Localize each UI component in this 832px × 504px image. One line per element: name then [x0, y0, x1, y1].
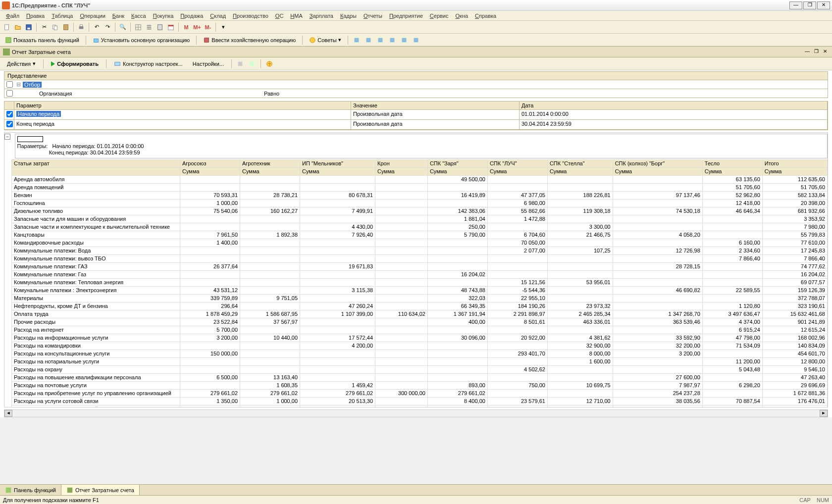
close-button[interactable]: ✕ [817, 1, 830, 9]
table-row[interactable]: Аренда помещений51 705,6051 705,60 [12, 184, 828, 192]
tool-icon-5[interactable] [399, 35, 409, 45]
filter-row-otbor[interactable]: ⊟ Отбор [4, 80, 828, 89]
table-row[interactable]: Материалы339 759,899 751,05322,0322 955,… [12, 295, 828, 302]
calendar-icon[interactable] [166, 22, 176, 32]
table-row[interactable]: Канцтовары7 961,501 892,387 926,405 790,… [12, 231, 828, 239]
table-row[interactable]: Расходы на почтовые услуги1 608,351 459,… [12, 382, 828, 390]
list-icon[interactable] [144, 22, 154, 32]
save-icon[interactable] [24, 22, 34, 32]
table-row[interactable]: Расходы на приобретение услуг по управле… [12, 390, 828, 398]
tab-maximize-button[interactable]: ❐ [812, 49, 820, 55]
start-period-date[interactable]: 01.01.2014 0:00:00 [520, 110, 828, 120]
table-row[interactable]: Бензин70 593,3128 738,2180 678,3116 419,… [12, 192, 828, 200]
cut-icon[interactable]: ✂ [39, 22, 49, 32]
minimize-button[interactable]: — [789, 1, 802, 9]
table-row[interactable]: Запасные части для машин и оборудования1… [12, 215, 828, 223]
tab-minimize-button[interactable]: — [803, 49, 811, 55]
table-row[interactable]: Расходы на услуги стационарной связи13 4… [12, 405, 828, 408]
table-row[interactable]: Запасные части и комплектующие к вычисли… [12, 223, 828, 231]
table-row[interactable]: Коммунальные платежи: ГАЗ26 377,6419 671… [12, 263, 828, 271]
new-icon[interactable] [2, 22, 12, 32]
table-row[interactable]: Расходы на консультационные услуги150 00… [12, 350, 828, 358]
table-row[interactable]: Расходы на нотариальные услуги1 600,0011… [12, 358, 828, 366]
table-row[interactable]: Расходы на командировки4 200,0032 900,00… [12, 342, 828, 350]
report-table-container[interactable]: − Параметры: Начало периода: 01.01.2014 … [4, 132, 828, 407]
form-report-button[interactable]: Сформировать [47, 60, 103, 68]
menu-покупка[interactable]: Покупка [150, 12, 177, 20]
toolbar-dropdown-icon[interactable]: ▾ [218, 22, 228, 32]
otbor-checkbox[interactable] [6, 81, 13, 88]
open-icon[interactable] [13, 22, 23, 32]
enter-operation-button[interactable]: Ввести хозяйственную операцию [200, 36, 299, 45]
table-row[interactable]: Дизельное топливо75 540,06160 162,277 49… [12, 207, 828, 215]
grid-icon[interactable] [133, 22, 143, 32]
table-row[interactable]: Расходы на информационные услуги3 200,00… [12, 334, 828, 342]
outline-collapse-button[interactable]: − [4, 134, 10, 140]
tool-icon-6[interactable] [411, 35, 421, 45]
end-period-value[interactable]: Произвольная дата [351, 120, 520, 130]
advice-button[interactable]: Советы ▾ [306, 36, 344, 45]
menu-касса[interactable]: Касса [128, 12, 149, 20]
start-period-checkbox[interactable] [6, 111, 13, 117]
paste-icon[interactable] [61, 22, 71, 32]
table-row[interactable]: Госпошлина1 000,006 980,0012 418,0020 39… [12, 200, 828, 207]
calc-icon[interactable] [155, 22, 165, 32]
m-minus-icon[interactable]: M- [203, 22, 213, 32]
menu-окна[interactable]: Окна [453, 12, 471, 20]
menu-склад[interactable]: Склад [207, 12, 229, 20]
table-row[interactable]: Расходы на охрану4 502,625 043,489 546,1… [12, 366, 828, 374]
filter-row-org[interactable]: Организация Равно [4, 89, 828, 98]
menu-продажа[interactable]: Продажа [177, 12, 206, 20]
table-row[interactable]: Аренда автомобиля49 500,0063 135,60112 6… [12, 176, 828, 184]
menu-отчеты[interactable]: Отчеты [361, 12, 385, 20]
tool-icon-3[interactable] [375, 35, 385, 45]
menu-ос[interactable]: ОС [272, 12, 287, 20]
menu-файл[interactable]: Файл [3, 12, 22, 20]
actions-dropdown[interactable]: Действия ▾ [3, 59, 40, 68]
action-icon-1[interactable] [235, 59, 245, 69]
m-plus-icon[interactable]: M+ [192, 22, 202, 32]
menu-сервис[interactable]: Сервис [427, 12, 452, 20]
maximize-button[interactable]: ❐ [803, 1, 816, 9]
show-function-panel-button[interactable]: Показать панель функций [2, 36, 82, 45]
menu-справка[interactable]: Справка [472, 12, 499, 20]
menu-предприятие[interactable]: Предприятие [386, 12, 426, 20]
menu-кадры[interactable]: Кадры [337, 12, 360, 20]
copy-icon[interactable] [50, 22, 60, 32]
tab-function-panel[interactable]: Панель функций [0, 485, 61, 495]
start-period-value[interactable]: Произвольная дата [351, 110, 520, 120]
tool-icon-2[interactable] [364, 35, 373, 45]
table-row[interactable]: Коммунальные платежи: Тепловая энергия15… [12, 279, 828, 287]
table-row[interactable]: Нефтепродукты, кроме ДТ и бензина296,644… [12, 302, 828, 310]
end-period-checkbox[interactable] [6, 121, 13, 127]
table-row[interactable]: Прочие расходы23 522,8437 567,97400,008 … [12, 318, 828, 326]
horizontal-scrollbar[interactable]: ◄ ► [4, 409, 828, 417]
table-row[interactable]: Оплата труда1 878 459,291 586 687,951 10… [12, 310, 828, 318]
tool-icon-4[interactable] [387, 35, 397, 45]
tab-close-button[interactable]: ✕ [821, 49, 829, 55]
table-row[interactable]: Расходы на повышение квалификации персон… [12, 374, 828, 382]
m-icon[interactable]: M [181, 22, 191, 32]
menu-операции[interactable]: Операции [77, 12, 108, 20]
table-row[interactable]: Комунальные платежи : Электроэнергия43 5… [12, 287, 828, 295]
menu-производство[interactable]: Производство [230, 12, 271, 20]
table-row[interactable]: Расходы на услуги сотовой связи1 350,001… [12, 398, 828, 405]
search-icon[interactable]: 🔍 [118, 22, 128, 32]
table-row[interactable]: Коммунальные платежи: вывоз ТБО7 866,407… [12, 255, 828, 263]
settings-constructor-button[interactable]: Конструктор настроек... [110, 59, 187, 68]
settings-button[interactable]: Настройки... [189, 60, 228, 68]
menu-банк[interactable]: Банк [109, 12, 127, 20]
action-icon-2[interactable] [247, 59, 257, 69]
help-icon[interactable]: ? [264, 59, 274, 69]
scroll-left-button[interactable]: ◄ [4, 410, 12, 417]
tool-icon-1[interactable] [352, 35, 362, 45]
tab-report[interactable]: Отчет Затратные счета [61, 485, 140, 495]
print-icon[interactable] [76, 22, 86, 32]
menu-зарплата[interactable]: Зарплата [307, 12, 336, 20]
redo-icon[interactable]: ↷ [103, 22, 112, 32]
table-row[interactable]: Коммунальные платежи: Вода2 077,00107,25… [12, 247, 828, 255]
table-row[interactable]: Коммунальные платежи: Газ16 204,0216 204… [12, 271, 828, 279]
menu-нма[interactable]: НМА [287, 12, 305, 20]
menu-таблица[interactable]: Таблица [49, 12, 76, 20]
set-main-org-button[interactable]: Установить основную организацию [90, 36, 193, 45]
